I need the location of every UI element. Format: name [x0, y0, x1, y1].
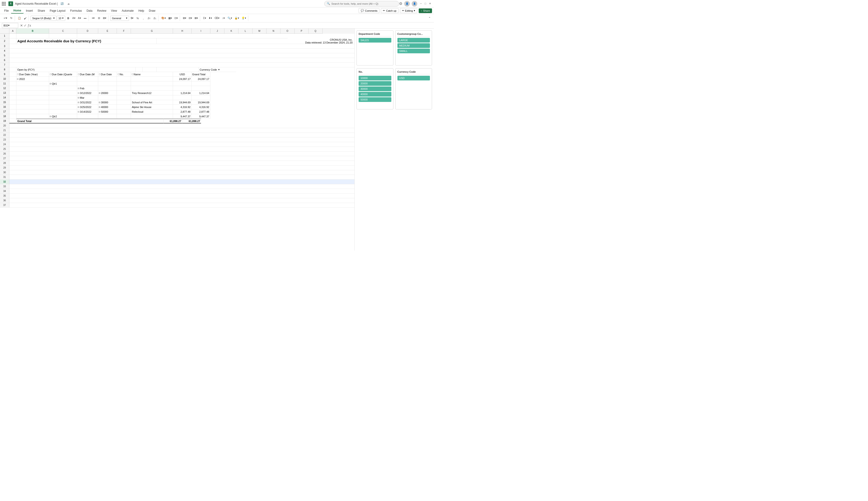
- no-item-30000[interactable]: 30000: [358, 86, 391, 91]
- cell-usd-alpine[interactable]: 4,316.92: [173, 105, 192, 109]
- dec-decrease-btn[interactable]: .0↓: [152, 15, 158, 21]
- tab-share[interactable]: Share: [35, 8, 47, 13]
- checkbox-due-date-month[interactable]: ☐: [78, 73, 80, 75]
- col-header-Q[interactable]: Q: [309, 29, 323, 34]
- cell-grand-total-header[interactable]: Grand Total: [192, 72, 211, 77]
- cell-F8[interactable]: [142, 67, 157, 72]
- cell-A1[interactable]: [9, 34, 17, 38]
- cell-F15[interactable]: [117, 100, 131, 105]
- cell-date-331[interactable]: ⊟ 3/31/2022: [77, 100, 98, 105]
- expand-325-icon[interactable]: ⊟: [78, 106, 79, 108]
- tab-insert[interactable]: Insert: [24, 8, 35, 13]
- cell-I14[interactable]: [192, 95, 211, 100]
- row-header-7[interactable]: 7: [0, 63, 9, 67]
- row-header-21[interactable]: 21: [0, 128, 9, 133]
- maximize-btn[interactable]: □: [424, 2, 427, 5]
- expand-40000-icon[interactable]: ⊟: [99, 106, 100, 108]
- no-item-40000[interactable]: 40000: [358, 92, 391, 97]
- cell-currency-code-header[interactable]: Currency Code ▼: [199, 67, 236, 72]
- more-btn[interactable]: •••: [83, 15, 88, 21]
- row-header-4[interactable]: 4: [0, 49, 9, 53]
- fill-btn[interactable]: ⬇▾: [207, 15, 213, 21]
- row-header-8[interactable]: 8: [0, 67, 9, 72]
- row-header-37[interactable]: 37: [0, 203, 9, 207]
- cell-A14[interactable]: [9, 95, 17, 100]
- cell-A13[interactable]: [9, 91, 17, 95]
- row-header-5[interactable]: 5: [0, 53, 9, 58]
- row-header-9[interactable]: 9: [0, 72, 9, 77]
- row-header-1[interactable]: 1: [0, 34, 9, 38]
- col-header-J[interactable]: J: [211, 29, 224, 34]
- cell-grand-total-val[interactable]: 61,898.27: [182, 119, 201, 124]
- cell-no-20000[interactable]: ⊟ 20000: [98, 91, 117, 95]
- currency-item-usd[interactable]: USD: [397, 76, 430, 81]
- row-header-33[interactable]: 33: [0, 184, 9, 189]
- row-header-31[interactable]: 31: [0, 175, 9, 180]
- row-header-25[interactable]: 25: [0, 147, 9, 151]
- cg-item-large[interactable]: LARGE: [397, 38, 430, 43]
- cell-B16[interactable]: [17, 105, 49, 109]
- cell-grand-2022[interactable]: 24,097.17: [192, 77, 211, 81]
- tab-formulas[interactable]: Formulas: [68, 8, 84, 13]
- cell-F11[interactable]: [117, 81, 131, 86]
- undo-btn[interactable]: ↩▾: [3, 15, 8, 21]
- merge-btn[interactable]: ⊞▾: [102, 15, 107, 21]
- row-header-34[interactable]: 34: [0, 189, 9, 194]
- cell-B12[interactable]: [17, 86, 49, 91]
- cell-C14[interactable]: [49, 95, 77, 100]
- share-btn[interactable]: ↑ Share: [419, 8, 432, 13]
- format-painter-btn[interactable]: 🖌: [22, 15, 28, 21]
- col-header-D[interactable]: D: [77, 29, 98, 34]
- cell-qtr1[interactable]: ⊟ Qtr1: [49, 81, 77, 86]
- cell-due-date-year[interactable]: ☐ Due Date (Year): [17, 72, 49, 77]
- cell-B11[interactable]: [17, 81, 49, 86]
- profile-icon[interactable]: 👤: [404, 1, 410, 7]
- cell-B17[interactable]: [17, 109, 49, 114]
- cell-I12[interactable]: [192, 86, 211, 91]
- cell-grand-qtr2[interactable]: 9,447.37: [192, 114, 211, 119]
- profile-icon-2[interactable]: 👤: [412, 1, 417, 7]
- checkbox-no[interactable]: ☐: [118, 73, 119, 75]
- cell-C1[interactable]: [49, 34, 77, 38]
- row-header-36[interactable]: 36: [0, 198, 9, 203]
- cell-usd-trey[interactable]: 1,214.64: [173, 91, 192, 95]
- checkbox-due-date[interactable]: ☐: [99, 73, 101, 75]
- cell-reference-box[interactable]: B32 ▾: [2, 23, 18, 28]
- wrap-btn[interactable]: ⊟: [96, 15, 101, 21]
- cell-G8[interactable]: [157, 67, 199, 72]
- row-header-12[interactable]: 12: [0, 86, 9, 91]
- col-header-I[interactable]: I: [192, 29, 211, 34]
- cell-date-314[interactable]: ⊟ 3/14/2022: [77, 109, 98, 114]
- cell-C17[interactable]: [49, 109, 77, 114]
- cell-H11[interactable]: [173, 81, 192, 86]
- row-header-18[interactable]: 18: [0, 114, 9, 119]
- row-header-30[interactable]: 30: [0, 170, 9, 175]
- row-header-28[interactable]: 28: [0, 161, 9, 166]
- cell-due-date-month[interactable]: ☐ Due Date (M: [77, 72, 98, 77]
- font-color-btn[interactable]: A▾: [77, 15, 82, 21]
- cell-grand-alpine[interactable]: 4,316.92: [192, 105, 211, 109]
- expand-314-icon[interactable]: ⊟: [78, 110, 79, 113]
- expand-mar-icon[interactable]: ⊟: [78, 97, 79, 99]
- tab-data[interactable]: Data: [84, 8, 95, 13]
- tab-home[interactable]: Home: [11, 8, 23, 13]
- catchup-btn[interactable]: ✏ Catch up: [381, 8, 398, 13]
- cell-B18[interactable]: [17, 114, 49, 119]
- cell-no[interactable]: ☐ No.: [117, 72, 131, 77]
- cell-usd-relecloud[interactable]: 2,877.48: [173, 109, 192, 114]
- delete-cells-btn[interactable]: ⊟▾: [188, 15, 193, 21]
- font-selector[interactable]: Segoe UI (Body) ▾: [31, 16, 56, 21]
- cell-usd-2022[interactable]: 24,097.17: [173, 77, 192, 81]
- no-item-10000[interactable]: 10000: [358, 76, 391, 81]
- row-header-19[interactable]: 19: [0, 119, 9, 124]
- cell-G10[interactable]: [131, 77, 173, 81]
- cell-A8[interactable]: [9, 67, 17, 72]
- cell-F17[interactable]: [117, 109, 131, 114]
- row-header-6[interactable]: 6: [0, 58, 9, 63]
- insert-cells-btn[interactable]: ⊞▾: [182, 15, 187, 21]
- tab-file[interactable]: File: [2, 8, 11, 13]
- cell-E14[interactable]: [98, 95, 117, 100]
- tab-review[interactable]: Review: [95, 8, 109, 13]
- cell-E12[interactable]: [98, 86, 117, 91]
- cg-item-medium[interactable]: MEDIUM: [397, 43, 430, 48]
